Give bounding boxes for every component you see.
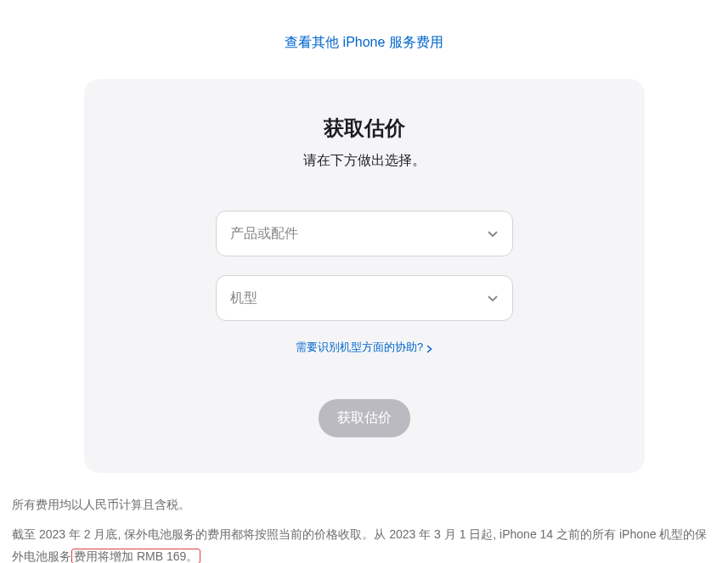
model-select-wrapper: 机型 xyxy=(216,275,513,321)
chevron-right-icon xyxy=(426,343,432,352)
view-other-services-link[interactable]: 查看其他 iPhone 服务费用 xyxy=(285,35,443,49)
card-subtitle: 请在下方做出选择。 xyxy=(118,152,611,170)
help-link-text: 需要识别机型方面的协助? xyxy=(296,340,423,355)
product-select[interactable]: 产品或配件 xyxy=(216,211,513,256)
footer-text: 所有费用均以人民币计算且含税。 截至 2023 年 2 月底, 保外电池服务的费… xyxy=(8,473,720,563)
top-link-container: 查看其他 iPhone 服务费用 xyxy=(8,0,720,79)
product-select-wrapper: 产品或配件 xyxy=(216,211,513,256)
footer-line1: 所有费用均以人民币计算且含税。 xyxy=(12,493,716,516)
page-container: 查看其他 iPhone 服务费用 获取估价 请在下方做出选择。 产品或配件 机型 xyxy=(0,0,728,563)
price-increase-highlight: 费用将增加 RMB 169。 xyxy=(71,549,200,563)
estimate-card: 获取估价 请在下方做出选择。 产品或配件 机型 xyxy=(84,79,645,473)
product-select-placeholder: 产品或配件 xyxy=(230,225,298,243)
card-title: 获取估价 xyxy=(118,115,611,142)
model-select[interactable]: 机型 xyxy=(216,275,513,321)
get-estimate-button[interactable]: 获取估价 xyxy=(319,399,410,437)
model-select-placeholder: 机型 xyxy=(230,290,257,307)
chevron-down-icon xyxy=(487,292,499,304)
footer-line2: 截至 2023 年 2 月底, 保外电池服务的费用都将按照当前的价格收取。从 2… xyxy=(12,523,716,563)
chevron-down-icon xyxy=(487,228,499,239)
identify-model-help-link[interactable]: 需要识别机型方面的协助? xyxy=(296,340,432,355)
help-link-container: 需要识别机型方面的协助? xyxy=(118,340,611,355)
